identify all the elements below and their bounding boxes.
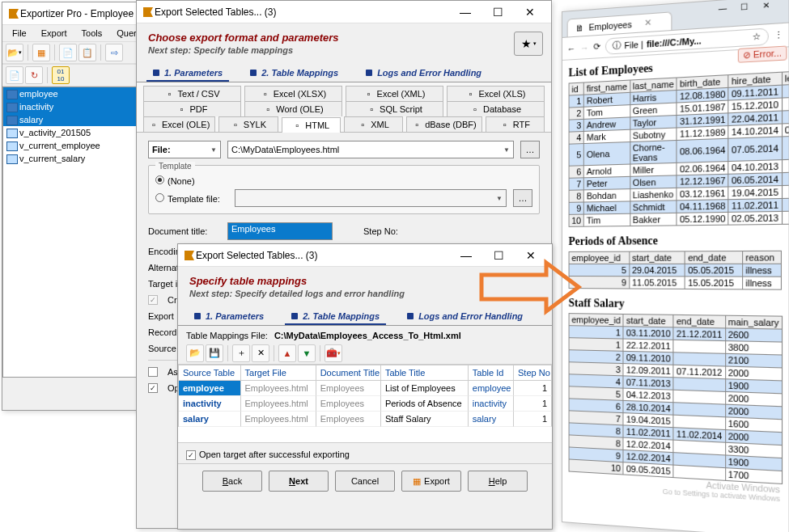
toolbox-button[interactable]: 🧰▾: [325, 344, 342, 362]
grid-header[interactable]: Table Title: [381, 365, 469, 381]
step-table-mappings[interactable]: 2. Table Mappings: [244, 65, 345, 82]
step-parameters[interactable]: 1. Parameters: [188, 309, 270, 325]
minimize-button[interactable]: —: [719, 2, 739, 19]
file-path-combo[interactable]: C:\MyData\Employees.html▼: [227, 141, 514, 158]
template-file-combo[interactable]: ▼: [235, 189, 507, 207]
add-row-button[interactable]: ＋: [232, 344, 250, 362]
tree-item-v_current_employee[interactable]: v_current_employee: [3, 139, 139, 152]
format-tab[interactable]: ▫PDF: [143, 101, 241, 116]
move-down-button[interactable]: ▼: [298, 344, 316, 362]
open-mappings-button[interactable]: 📂: [186, 344, 204, 362]
main-toolbar-1: 📂▾ ▦ 📄 📋 ⇨: [2, 41, 140, 64]
format-tabs: ▫Text / CSV▫Excel (XLSX)▫Excel (XML)▫Exc…: [137, 82, 551, 132]
format-tab[interactable]: ▫SYLK: [218, 116, 278, 132]
main-app-window: Exportizer Pro - Employee File Export To…: [2, 2, 141, 411]
main-titlebar: Exportizer Pro - Employee: [2, 2, 140, 25]
error-badge[interactable]: ⊘ Error...: [738, 45, 787, 62]
tree-item-v_current_salary[interactable]: v_current_salary: [3, 152, 139, 165]
absence-table: employee_idstart_dateend_datereason529.0…: [569, 251, 782, 290]
step-table-mappings[interactable]: 2. Table Mappings: [285, 309, 386, 325]
next-button[interactable]: Next: [269, 471, 329, 492]
step-logs[interactable]: Logs and Error Handling: [359, 65, 488, 82]
menu-file[interactable]: File: [6, 27, 33, 40]
table-row[interactable]: salaryEmployees.htmlEmployeesStaff Salar…: [178, 412, 552, 427]
mappings-grid[interactable]: Source TableTarget FileDocument TitleTab…: [178, 365, 552, 442]
help-button[interactable]: Help: [468, 471, 528, 492]
export-button[interactable]: ▦Export: [401, 471, 461, 492]
separator: [54, 44, 55, 61]
format-tab[interactable]: ▫Excel (XLSX): [244, 86, 342, 101]
open-checkbox[interactable]: [148, 383, 158, 393]
minimize-button[interactable]: —: [449, 2, 481, 22]
open-after-checkbox[interactable]: Open target after successful exporting: [186, 450, 350, 459]
cancel-button[interactable]: Cancel: [335, 471, 395, 492]
employees-table: idfirst_namelast_namebirth_datehire_date…: [569, 69, 789, 227]
save-mappings-button[interactable]: 💾: [206, 344, 223, 362]
table-row[interactable]: inactivityEmployees.htmlEmployeesPeriods…: [178, 396, 552, 412]
close-button[interactable]: ✕: [762, 0, 783, 16]
main-menubar: File Export Tools Query: [2, 25, 140, 41]
copy-button[interactable]: 📄: [59, 44, 77, 61]
format-tab[interactable]: ▫Excel (XML): [346, 86, 443, 101]
format-tab[interactable]: ▫Word (OLE): [244, 101, 342, 116]
format-tab[interactable]: ▫dBase (DBF): [406, 116, 482, 132]
grid-header[interactable]: Source Table: [179, 365, 241, 381]
format-tab[interactable]: ▫XML: [344, 116, 403, 132]
reload-icon[interactable]: ⟳: [593, 41, 600, 53]
close-button[interactable]: ✕: [514, 2, 546, 22]
grid-header[interactable]: Document Title: [316, 365, 381, 381]
tree-item-inactivity[interactable]: inactivity: [3, 100, 139, 113]
menu-export[interactable]: Export: [35, 27, 74, 40]
step-no-label: Step No:: [363, 226, 436, 236]
tree-item-salary[interactable]: salary: [3, 113, 139, 126]
maximize-button[interactable]: ☐: [481, 2, 514, 22]
format-tab[interactable]: ▫Text / CSV: [143, 86, 241, 101]
menu-tools[interactable]: Tools: [75, 27, 109, 40]
wizard-buttons: Back Next Cancel ▦Export Help: [178, 463, 552, 498]
format-tab[interactable]: ▫Database: [447, 101, 545, 116]
grid-header[interactable]: Step No: [514, 365, 552, 381]
tree-item-v_activity_201505[interactable]: v_activity_201505: [3, 126, 139, 139]
export-button[interactable]: ⇨: [105, 44, 123, 61]
forward-icon[interactable]: →: [580, 42, 589, 53]
back-icon[interactable]: ←: [567, 43, 576, 53]
copy2-button[interactable]: 📄: [6, 66, 23, 84]
move-up-button[interactable]: ▲: [278, 344, 296, 362]
maximize-button[interactable]: ☐: [740, 1, 761, 18]
format-tab[interactable]: ▫HTML: [282, 117, 341, 133]
step-parameters[interactable]: 1. Parameters: [146, 65, 229, 82]
app-icon: [142, 6, 155, 19]
format-tab[interactable]: ▫Excel (XLS): [447, 86, 545, 101]
file-target-combo[interactable]: File:▼: [148, 141, 221, 158]
favorites-button[interactable]: ★▾: [514, 32, 543, 56]
separator: [47, 67, 48, 83]
separator: [100, 44, 101, 61]
object-tree[interactable]: employeeinactivitysalaryv_activity_20150…: [2, 87, 140, 378]
format-tab[interactable]: ▫Excel (OLE): [143, 116, 215, 132]
binary-button[interactable]: 0110: [52, 66, 70, 84]
delete-row-button[interactable]: ✕: [252, 344, 269, 362]
browser-page: List of Employees idfirst_namelast_nameb…: [562, 47, 789, 529]
doc-title-input[interactable]: Employees: [227, 222, 333, 240]
paste-button[interactable]: 📋: [78, 44, 96, 61]
dlg2-title: Export Selected Tables... (3): [196, 250, 450, 261]
grid-view-button[interactable]: ▦: [32, 44, 50, 61]
format-tab[interactable]: ▫SQL Script: [346, 101, 443, 116]
back-button[interactable]: Back: [202, 471, 262, 492]
template-file-radio[interactable]: Template file:: [155, 193, 228, 204]
template-none-radio[interactable]: (None): [155, 176, 195, 186]
refresh-button[interactable]: ↻: [25, 66, 43, 84]
table-row[interactable]: employeeEmployees.htmlEmployeesList of E…: [178, 381, 552, 396]
open-button[interactable]: 📂▾: [6, 44, 23, 61]
wizard-sub: Next step: Specify table mappings: [148, 45, 540, 55]
browse-button[interactable]: …: [520, 141, 540, 158]
menu-icon[interactable]: ⋮: [774, 29, 783, 41]
ask-checkbox[interactable]: [148, 367, 158, 377]
tree-item-employee[interactable]: employee: [3, 87, 139, 100]
format-tab[interactable]: ▫RTF: [486, 116, 545, 132]
grid-header[interactable]: Table Id: [469, 365, 514, 381]
salary-table: employee_idstart_dateend_datemain_salary…: [569, 313, 783, 484]
grid-header[interactable]: Target File: [241, 365, 316, 381]
create-checkbox[interactable]: [148, 295, 158, 305]
template-browse-button[interactable]: …: [513, 189, 532, 207]
